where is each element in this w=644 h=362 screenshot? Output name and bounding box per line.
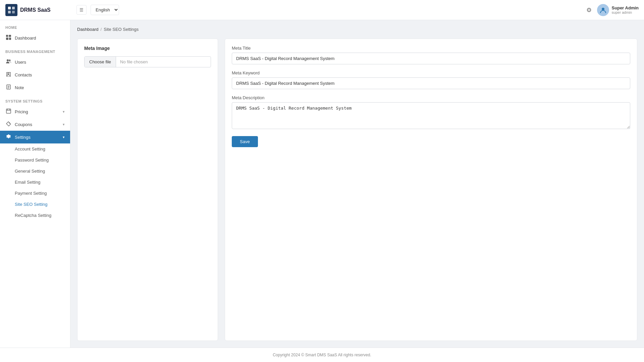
svg-rect-5: [6, 35, 8, 37]
breadcrumb-separator: /: [101, 27, 102, 32]
user-text: Super Admin super admin: [612, 5, 639, 14]
meta-description-textarea[interactable]: [232, 102, 630, 129]
sidebar-sub-email-setting[interactable]: Email Setting: [0, 177, 70, 188]
svg-rect-0: [8, 7, 11, 9]
sidebar-item-contacts[interactable]: Contacts: [0, 68, 70, 81]
form-group-keyword: Meta Keyword: [232, 70, 630, 89]
sidebar-sub-recaptcha-setting[interactable]: ReCaptcha Setting: [0, 210, 70, 221]
chevron-down-icon-2: ▾: [63, 122, 65, 127]
dashboard-icon: [5, 35, 11, 41]
sidebar-sub-site-seo-setting[interactable]: Site SEO Setting: [0, 199, 70, 210]
sidebar-section-business: Business Management: [0, 44, 70, 56]
topnav-right: ⚙ Super Admin super admin: [586, 4, 639, 16]
sidebar-sub-payment-setting[interactable]: Payment Setting: [0, 188, 70, 199]
form-group-title: Meta Title: [232, 46, 630, 64]
svg-point-19: [9, 123, 10, 124]
logo: DRMS SaaS: [5, 4, 72, 16]
sidebar-pricing-label: Pricing: [15, 109, 28, 114]
language-select[interactable]: English: [91, 5, 119, 15]
sidebar-item-pricing[interactable]: Pricing ▾: [0, 105, 70, 118]
file-input-wrapper: Choose file No file chosen: [84, 56, 211, 67]
logo-text: DRMS SaaS: [20, 7, 51, 13]
content-grid: Meta Image Choose file No file chosen Me…: [77, 39, 637, 341]
svg-rect-3: [12, 11, 15, 13]
meta-form-card: Meta Title Meta Keyword Meta Description…: [225, 39, 637, 341]
breadcrumb: Dashboard / Site SEO Settings: [77, 27, 637, 32]
main-content: Dashboard / Site SEO Settings Meta Image…: [70, 20, 644, 348]
choose-file-button[interactable]: Choose file: [85, 57, 116, 67]
svg-rect-1: [12, 7, 15, 9]
footer-text: Copyright 2024 © Smart DMS SaaS All righ…: [273, 353, 371, 357]
svg-rect-8: [9, 38, 11, 40]
layout: Home Dashboard Business Management: [0, 20, 644, 348]
footer: Copyright 2024 © Smart DMS SaaS All righ…: [0, 348, 644, 362]
sidebar-settings-label: Settings: [15, 135, 31, 140]
gear-button[interactable]: ⚙: [586, 6, 592, 14]
meta-image-card: Meta Image Choose file No file chosen: [77, 39, 218, 341]
users-icon: [5, 59, 11, 65]
sidebar-item-users[interactable]: Users: [0, 56, 70, 68]
logo-icon: [5, 4, 17, 16]
svg-rect-2: [8, 11, 11, 13]
sidebar-sub-password-setting[interactable]: Password Setting: [0, 155, 70, 166]
svg-point-9: [7, 59, 9, 61]
hamburger-button[interactable]: ☰: [76, 5, 87, 15]
file-name-label: No file chosen: [116, 57, 211, 67]
meta-keyword-label: Meta Keyword: [232, 70, 630, 75]
user-role: super admin: [612, 10, 639, 14]
meta-description-label: Meta Description: [232, 95, 630, 100]
sidebar-coupons-label: Coupons: [15, 122, 32, 127]
save-button[interactable]: Save: [232, 136, 258, 147]
sidebar-sub-general-setting[interactable]: General Setting: [0, 166, 70, 177]
breadcrumb-dashboard[interactable]: Dashboard: [77, 27, 99, 32]
sidebar-note-label: Note: [15, 85, 24, 90]
contacts-icon: [5, 72, 11, 78]
hamburger-icon: ☰: [79, 7, 84, 12]
avatar: [597, 4, 609, 16]
sidebar-dashboard-label: Dashboard: [15, 36, 36, 41]
svg-rect-6: [9, 35, 11, 37]
svg-point-10: [9, 60, 10, 61]
sidebar-item-note[interactable]: Note: [0, 81, 70, 94]
meta-image-title: Meta Image: [84, 46, 211, 51]
sidebar-item-dashboard[interactable]: Dashboard: [0, 32, 70, 44]
sidebar-item-settings[interactable]: Settings ▾: [0, 131, 70, 143]
topnav: DRMS SaaS ☰ English ⚙ Super Admin super …: [0, 0, 644, 20]
meta-keyword-input[interactable]: [232, 77, 630, 89]
user-info: Super Admin super admin: [597, 4, 639, 16]
svg-rect-15: [6, 109, 11, 113]
coupons-icon: [5, 121, 11, 127]
sidebar: Home Dashboard Business Management: [0, 20, 70, 348]
sidebar-sub-account-setting[interactable]: Account Setting: [0, 143, 70, 155]
sidebar-section-system: System Settings: [0, 94, 70, 105]
svg-rect-7: [6, 38, 8, 40]
sidebar-users-label: Users: [15, 60, 26, 65]
topnav-left: DRMS SaaS ☰ English: [5, 4, 119, 16]
svg-point-4: [602, 8, 604, 10]
gear-icon: ⚙: [586, 7, 592, 13]
chevron-down-icon: ▾: [63, 110, 65, 114]
meta-title-input[interactable]: [232, 53, 630, 64]
chevron-down-icon-3: ▾: [63, 135, 65, 139]
sidebar-contacts-label: Contacts: [15, 72, 32, 77]
note-icon: [5, 84, 11, 90]
user-name: Super Admin: [612, 5, 639, 10]
pricing-icon: [5, 109, 11, 115]
sidebar-section-home: Home: [0, 20, 70, 32]
meta-title-label: Meta Title: [232, 46, 630, 51]
breadcrumb-current: Site SEO Settings: [104, 27, 139, 32]
sidebar-item-coupons[interactable]: Coupons ▾: [0, 118, 70, 131]
form-group-description: Meta Description: [232, 95, 630, 130]
settings-icon: [5, 134, 11, 140]
